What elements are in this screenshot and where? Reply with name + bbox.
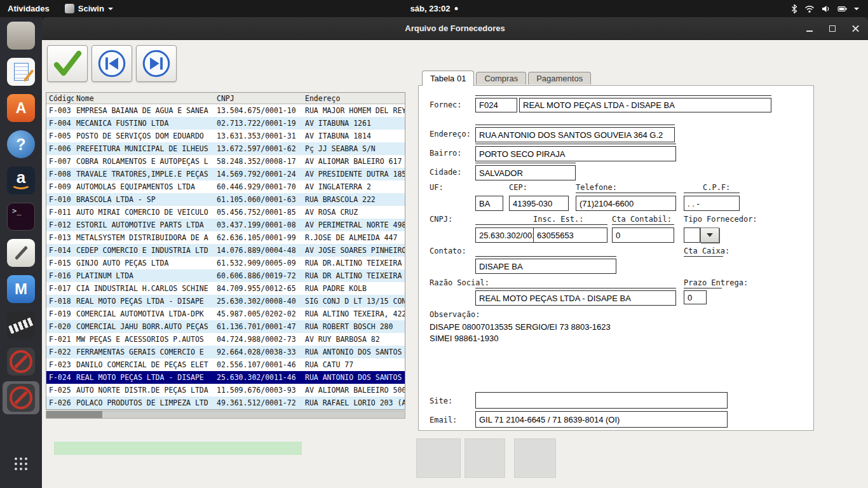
dock-item-document[interactable] (3, 55, 39, 88)
table-row-F-018[interactable]: F-018REAL MOTO PEÇAS LTDA - DISAPE25.630… (46, 295, 405, 308)
tipo-fornecedor-input[interactable] (684, 227, 700, 243)
table-cell: F-018 (46, 297, 74, 306)
table-row-F-017[interactable]: F-017CIA INDUSTRIAL H.CARLOS SCHINE84.70… (46, 282, 405, 295)
tab-bar: Tabela 01ComprasPagamentos (422, 71, 593, 86)
cpf-label: C.P.F: (703, 183, 730, 192)
dock-item-blocked1[interactable] (3, 345, 39, 378)
tab-pagamentos[interactable]: Pagamentos (528, 72, 591, 85)
table-cell: 60.446.929/0001-70 (214, 182, 302, 191)
column-header-2[interactable]: CNPJ (214, 94, 302, 103)
fornec-code-input[interactable]: F024 (475, 98, 517, 112)
scrollbar-thumb[interactable] (46, 411, 102, 418)
clock-menu[interactable]: sáb, 23:02 (410, 0, 458, 17)
cta-contabil-input[interactable]: 0 (612, 227, 674, 243)
table-cell: RUA ALTINO TEXEIRA, 422 (302, 309, 405, 318)
table-row-F-004[interactable]: F-004MECANICA FUSTINO LTDA02.713.722/000… (46, 117, 405, 130)
dock-item-notes[interactable] (3, 236, 39, 269)
table-row-F-022[interactable]: F-022FERRAMENTAS GERAIS COMERCIO E92.664… (46, 346, 405, 358)
table-row-F-021[interactable]: F-021MW PEÇAS E ACESSORIOS P.AUTOS04.724… (46, 333, 405, 346)
table-row-F-015[interactable]: F-015GINJO AUTO PEÇAS LTDA61.532.909/000… (46, 257, 405, 269)
table-cell: DANILO COMERCIAL DE PEÇAS ELET (74, 360, 214, 369)
email-input[interactable]: GIL 71 2104-6645 / 71 8639-8014 (OI) (475, 411, 728, 428)
maximize-button[interactable] (827, 24, 837, 34)
dock-item-amazon[interactable] (3, 164, 39, 197)
table-row-F-011[interactable]: F-011AUTO MIRAI COMERCIO DE VEICULO05.45… (46, 206, 405, 219)
cep-input[interactable]: 41395-030 (509, 196, 569, 211)
table-row-F-016[interactable]: F-016PLATINUM LTDA60.606.886/0019-72RUA … (46, 269, 405, 282)
field-rule (612, 224, 674, 225)
bairro-input[interactable]: PORTO SECO PIRAJA (475, 146, 676, 161)
table-row-F-003[interactable]: F-003EMPRESA BAIANA DE AGUA E SANEA13.50… (46, 104, 405, 117)
insc-est-label: Insc. Est.: (533, 215, 583, 224)
table-cell: RUA DR ALTINO TEIXEIRA (302, 271, 405, 280)
table-row-F-007[interactable]: F-007COBRA ROLAMENTOS E AUTOPEÇAS L58.24… (46, 155, 405, 168)
table-row-F-008[interactable]: F-008TRAVALE TRATORES,IMPLE.E PEÇAS14.56… (46, 168, 405, 180)
app-menu-button[interactable]: Sciwin (57, 0, 121, 17)
minimize-button[interactable] (804, 24, 815, 34)
telefone-input[interactable]: (71)2104-6600 (576, 196, 676, 211)
placeholder-box-2[interactable] (465, 438, 505, 478)
table-row-F-019[interactable]: F-019COMERCIAL AUTOMOTIVA LTDA-DPK45.987… (46, 308, 405, 320)
site-input[interactable] (475, 392, 728, 409)
table-cell: AV PRESIDENTE DUTRA 185 (302, 170, 405, 179)
uf-input[interactable]: BA (475, 196, 503, 211)
dock-item-help[interactable] (3, 128, 39, 161)
last-record-button[interactable] (136, 45, 177, 82)
close-button[interactable] (850, 24, 860, 34)
table-cell: ESTORIL AUTOMOTIVE PARTS LTDA (74, 220, 214, 229)
dock-item-blocked2[interactable] (3, 381, 39, 414)
table-row-F-023[interactable]: F-023DANILO COMERCIAL DE PEÇAS ELET02.55… (46, 358, 405, 371)
prazo-entrega-input[interactable]: 0 (684, 290, 707, 304)
table-cell: 84.709.955/0012-65 (214, 284, 302, 293)
placeholder-box-1[interactable] (416, 438, 461, 478)
table-cell: 25.630.302/0011-46 (214, 373, 302, 382)
dock-item-archive[interactable] (3, 92, 39, 125)
wave-app-icon (7, 275, 35, 303)
table-row-F-006[interactable]: F-006PREFEITURA MUNICIPAL DE ILHEUS13.67… (46, 142, 405, 155)
dock-item-terminal[interactable] (3, 200, 39, 233)
activities-button[interactable]: Atividades (0, 0, 57, 17)
tipo-fornecedor-dropdown-button[interactable] (700, 227, 719, 243)
table-row-F-009[interactable]: F-009AUTOMOLAS EQUIPAMENTOS LTDA60.446.9… (46, 180, 405, 193)
endereco-input[interactable]: RUA ANTONIO DOS SANTOS GOUVEIA 364 G.2 (475, 127, 675, 142)
column-header-3[interactable]: Endereço (302, 94, 405, 103)
table-row-F-024[interactable]: F-024REAL MOTO PEÇAS LTDA - DISAPE25.630… (46, 371, 405, 384)
table-row-F-013[interactable]: F-013METALSYSTEM DISTRIBUIDORA DE A62.63… (46, 231, 405, 244)
dock-item-files[interactable] (3, 19, 39, 52)
first-record-button[interactable] (92, 45, 132, 82)
title-bar[interactable]: Arquivo de Fornecedores (42, 17, 868, 40)
tab-tabela-01[interactable]: Tabela 01 (422, 71, 474, 86)
bairro-label: Bairro: (430, 149, 462, 158)
contato-input[interactable]: DISAPE BA (475, 259, 616, 274)
table-row-F-005[interactable]: F-005POSTO DE SERVIÇOS DOM EDUARDO13.631… (46, 130, 405, 142)
column-header-0[interactable]: Código (46, 94, 74, 103)
table-row-F-020[interactable]: F-020COMERCIAL JAHU BORR.AUTO PEÇAS61.13… (46, 320, 405, 333)
table-row-F-026[interactable]: F-026POLACO PRODUTOS DE LIMPEZA LTD49.36… (46, 396, 405, 409)
horizontal-scrollbar[interactable] (46, 410, 405, 419)
help-icon (7, 130, 35, 158)
skip-to-first-icon (97, 49, 126, 78)
system-menu[interactable] (790, 0, 868, 17)
site-label: Site: (430, 396, 452, 405)
table-row-F-014[interactable]: F-014CEDEP COMERCIO E INDUSTRIA LTD14.07… (46, 244, 405, 257)
table-row-F-010[interactable]: F-010BRASCOLA LTDA - SP61.105.060/0001-6… (46, 193, 405, 206)
razao-social-input[interactable]: REAL MOTO PEÇAS LTDA - DISAPE BA (475, 290, 676, 306)
confirm-button[interactable] (47, 45, 88, 82)
desktop: Atividades Sciwin sáb, 23:02 Arquivo de (0, 0, 868, 488)
dock-item-wave[interactable] (3, 273, 39, 306)
show-applications-button[interactable] (3, 447, 39, 480)
files-icon (7, 22, 35, 50)
column-header-1[interactable]: Nome (74, 94, 214, 103)
dock-item-video[interactable] (3, 309, 39, 342)
fornec-name-input[interactable]: REAL MOTO PEÇAS LTDA - DISAPE BA (519, 98, 771, 112)
table-cell: FERRAMENTAS GERAIS COMERCIO E (74, 348, 214, 356)
table-row-F-025[interactable]: F-025AUTO NORTE DISTR.DE PEÇAS LTDA11.50… (46, 384, 405, 396)
cpf-input[interactable]: . . - (684, 196, 740, 211)
table-row-F-012[interactable]: F-012ESTORIL AUTOMOTIVE PARTS LTDA03.437… (46, 219, 405, 231)
placeholder-box-3[interactable] (514, 438, 556, 478)
field-rule (475, 125, 675, 125)
cidade-input[interactable]: SALVADOR (475, 165, 576, 180)
insc-est-input[interactable]: 63055653 (533, 227, 607, 243)
table-cell: F-026 (46, 398, 74, 407)
tab-compras[interactable]: Compras (476, 72, 526, 85)
